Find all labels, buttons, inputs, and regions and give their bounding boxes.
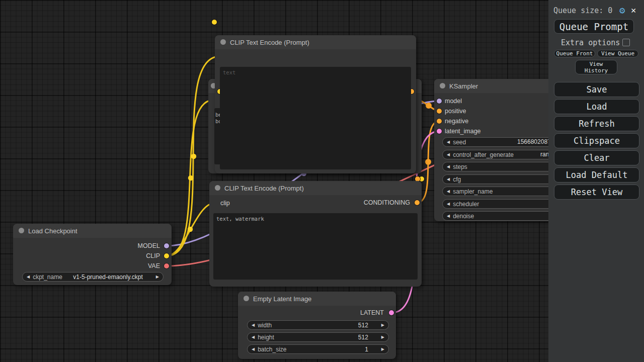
collapse-dot-icon[interactable] bbox=[440, 83, 445, 88]
decrement-arrow-icon[interactable]: ◀ bbox=[252, 347, 255, 351]
extra-options-checkbox[interactable] bbox=[622, 39, 630, 46]
output-port-model[interactable] bbox=[164, 243, 169, 248]
widget-label: steps bbox=[453, 163, 467, 170]
output-port-conditioning[interactable] bbox=[415, 200, 420, 205]
output-label: MODEL bbox=[138, 242, 160, 249]
input-port-negative[interactable] bbox=[437, 119, 442, 124]
input-label: latent_image bbox=[445, 128, 481, 135]
prompt-textarea[interactable]: text, watermark bbox=[213, 213, 418, 280]
widget-value: 512 bbox=[358, 322, 368, 329]
view-queue-button[interactable]: View Queue bbox=[597, 50, 638, 57]
node-title: Load Checkpoint bbox=[28, 227, 77, 235]
decrement-arrow-icon[interactable]: ◀ bbox=[252, 335, 255, 339]
output-label: LATENT bbox=[360, 309, 384, 316]
widget-value: 1 bbox=[365, 346, 368, 353]
node-title: KSampler bbox=[449, 82, 478, 90]
decrement-arrow-icon[interactable]: ◀ bbox=[447, 165, 450, 169]
collapse-dot-icon[interactable] bbox=[220, 39, 226, 45]
node-title: Empty Latent Image bbox=[253, 295, 311, 303]
save-button[interactable]: Save bbox=[554, 82, 639, 97]
load-default-button[interactable]: Load Default bbox=[554, 167, 639, 183]
widget-ckpt-name[interactable]: ◀ ckpt_name v1-5-pruned-emaonly.ckpt ▶ bbox=[22, 272, 164, 282]
comfy-menu: Queue size: 0 ⚙ ✕ Queue Prompt Extra opt… bbox=[548, 0, 644, 362]
widget-height[interactable]: ◀ height 512 ▶ bbox=[247, 332, 389, 342]
output-port-vae[interactable] bbox=[164, 263, 169, 268]
queue-size-label: Queue size: 0 bbox=[553, 6, 612, 15]
input-label: model bbox=[445, 98, 462, 105]
input-label: clip bbox=[220, 200, 230, 207]
extra-options-label: Extra options bbox=[561, 38, 620, 47]
widget-label: sampler_name bbox=[453, 188, 493, 195]
comfyui-canvas[interactable]: be bo CLIP Text Encode (Prompt) clip CON… bbox=[0, 0, 644, 362]
queue-front-button[interactable]: Queue Front bbox=[554, 50, 595, 57]
close-icon[interactable]: ✕ bbox=[631, 5, 636, 15]
widget-batch-size[interactable]: ◀ batch_size 1 ▶ bbox=[247, 344, 389, 354]
widget-value: v1-5-pruned-emaonly.ckpt bbox=[73, 274, 143, 281]
queue-prompt-button[interactable]: Queue Prompt bbox=[554, 19, 634, 34]
increment-arrow-icon[interactable]: ▶ bbox=[381, 323, 384, 327]
decrement-arrow-icon[interactable]: ◀ bbox=[27, 275, 30, 279]
node-load-checkpoint[interactable]: Load Checkpoint MODEL CLIP VAE ◀ ckpt_na… bbox=[13, 224, 172, 285]
decrement-arrow-icon[interactable]: ◀ bbox=[447, 214, 450, 218]
clear-button[interactable]: Clear bbox=[554, 150, 639, 165]
increment-arrow-icon[interactable]: ▶ bbox=[381, 347, 384, 351]
node-clip-text-encode-negative[interactable]: CLIP Text Encode (Prompt) clip CONDITION… bbox=[209, 181, 422, 287]
link-dot[interactable] bbox=[191, 154, 196, 159]
decrement-arrow-icon[interactable]: ◀ bbox=[447, 190, 450, 194]
decrement-arrow-icon[interactable]: ◀ bbox=[447, 177, 450, 182]
link-dot[interactable] bbox=[188, 175, 193, 180]
widget-label: denoise bbox=[453, 213, 474, 220]
input-port-model[interactable] bbox=[437, 99, 442, 104]
output-label: CLIP bbox=[146, 252, 160, 259]
collapse-dot-icon[interactable] bbox=[215, 185, 220, 191]
widget-width[interactable]: ◀ width 512 ▶ bbox=[247, 320, 389, 330]
increment-arrow-icon[interactable]: ▶ bbox=[156, 275, 159, 279]
input-port-positive[interactable] bbox=[437, 109, 442, 114]
input-label: negative bbox=[445, 118, 468, 125]
widget-label: ckpt_name bbox=[33, 274, 62, 281]
decrement-arrow-icon[interactable]: ◀ bbox=[447, 153, 450, 157]
input-label: positive bbox=[445, 108, 466, 115]
widget-label: batch_size bbox=[258, 346, 286, 353]
reset-view-button[interactable]: Reset View bbox=[554, 185, 639, 200]
widget-value: 512 bbox=[358, 334, 368, 341]
widget-label: control_after_generate bbox=[453, 151, 514, 158]
clipspace-button[interactable]: Clipspace bbox=[554, 133, 639, 148]
refresh-button[interactable]: Refresh bbox=[554, 116, 639, 131]
node-title: CLIP Text Encode (Prompt) bbox=[224, 185, 304, 192]
widget-label: height bbox=[258, 334, 274, 341]
output-port-latent[interactable] bbox=[389, 310, 394, 315]
link-dot[interactable] bbox=[425, 159, 431, 165]
increment-arrow-icon[interactable]: ▶ bbox=[381, 335, 384, 339]
load-button[interactable]: Load bbox=[554, 99, 639, 114]
widget-label: seed bbox=[453, 139, 466, 146]
input-port-latent-image[interactable] bbox=[437, 129, 442, 134]
widget-value: 1566802087 bbox=[517, 138, 551, 146]
widget-label: cfg bbox=[453, 176, 461, 183]
settings-gear-icon[interactable]: ⚙ bbox=[619, 5, 625, 16]
view-history-button[interactable]: View History bbox=[575, 60, 617, 74]
node-title: CLIP Text Encode (Prompt) bbox=[230, 39, 309, 46]
output-port-clip[interactable] bbox=[164, 253, 169, 258]
decrement-arrow-icon[interactable]: ◀ bbox=[252, 323, 255, 327]
link-dot[interactable] bbox=[426, 103, 432, 109]
output-label: VAE bbox=[148, 262, 160, 269]
link-dot[interactable] bbox=[188, 227, 193, 232]
prompt-textarea[interactable]: text bbox=[220, 67, 411, 169]
widget-label: scheduler bbox=[453, 201, 479, 208]
node-empty-latent-image[interactable]: Empty Latent Image LATENT ◀ width 512 ▶ … bbox=[238, 292, 396, 359]
widget-label: width bbox=[258, 322, 272, 329]
collapse-dot-icon[interactable] bbox=[19, 228, 24, 233]
output-label: CONDITIONING bbox=[364, 199, 410, 206]
collapse-dot-icon[interactable] bbox=[244, 296, 249, 301]
decrement-arrow-icon[interactable]: ◀ bbox=[447, 202, 450, 206]
input-port-clip[interactable] bbox=[212, 20, 217, 25]
decrement-arrow-icon[interactable]: ◀ bbox=[447, 140, 450, 144]
